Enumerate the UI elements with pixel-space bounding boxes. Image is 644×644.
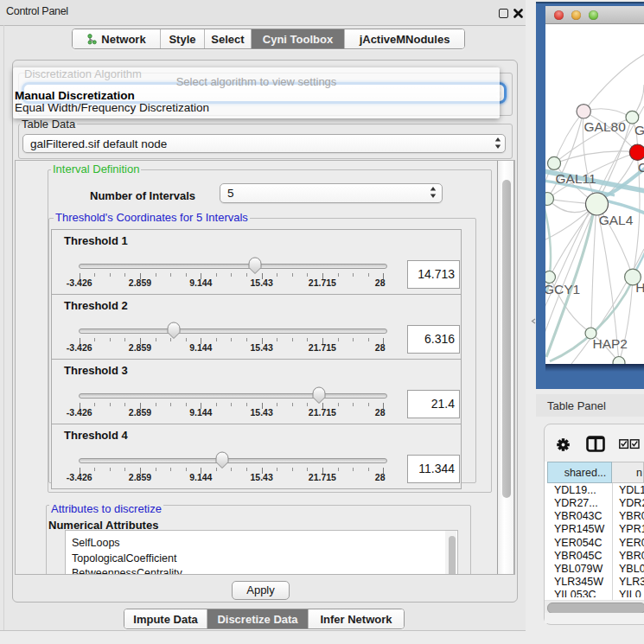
svg-text:GCY1: GCY1: [545, 282, 580, 296]
svg-text:GAL80: GAL80: [584, 119, 627, 134]
svg-text:GAL4: GAL4: [599, 213, 634, 227]
svg-text:GAL11: GAL11: [556, 171, 596, 186]
svg-text:GA: GA: [634, 123, 644, 137]
svg-text:C: C: [638, 160, 644, 175]
svg-text:HA: HA: [635, 280, 644, 295]
svg-text:HAP2: HAP2: [593, 336, 628, 351]
